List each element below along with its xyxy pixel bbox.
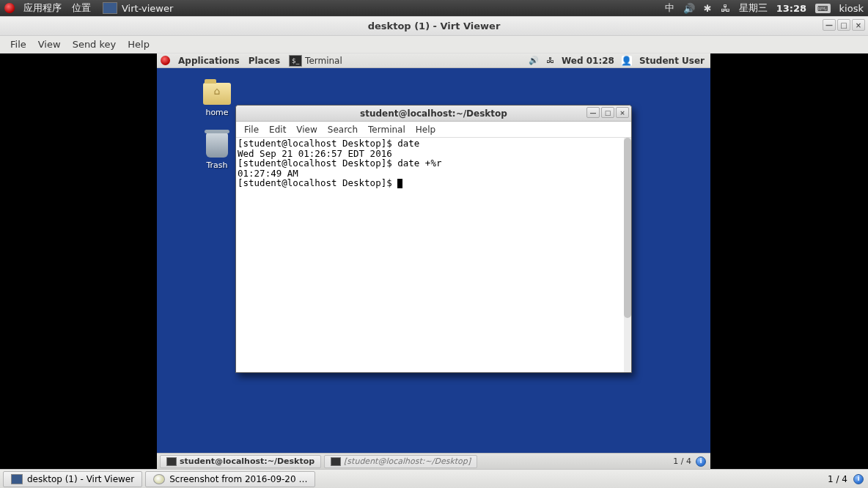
terminal-line: Wed Sep 21 01:26:57 EDT 2016 [238,149,630,159]
host-task-label-2: Screenshot from 2016-09-20 … [169,474,307,484]
guest-logo-icon [161,56,170,65]
terminal-scrollbar[interactable] [624,138,631,372]
folder-icon [203,83,231,105]
terminal-close-button[interactable]: × [616,107,629,118]
volume-icon[interactable]: 🔊 [683,3,695,14]
guest-task-label-2: [student@localhost:~/Desktop] [344,456,471,466]
virt-viewer-menubar: File View Send key Help [0,36,868,53]
close-button[interactable]: × [852,19,865,31]
desktop-icon-trash[interactable]: Trash [194,133,240,170]
desktop-icon-trash-label: Trash [194,160,240,170]
terminal-launcher-icon[interactable]: $_ [289,55,302,67]
desktop-icon-home-label: home [194,108,240,117]
trash-icon [206,133,228,158]
host-app-preview-icon[interactable] [103,2,117,14]
host-workspace-switcher-icon[interactable]: i [853,474,864,484]
terminal-line: [student@localhost Desktop]$ [238,178,630,188]
host-task-virt-viewer[interactable]: desktop (1) - Virt Viewer [3,471,142,487]
terminal-line: [student@localhost Desktop]$ date [238,138,630,149]
guest-volume-icon[interactable]: 🔊 [529,56,539,65]
terminal-menubar: File Edit View Search Terminal Help [236,122,631,138]
guest-menu-places[interactable]: Places [244,56,284,66]
guest-menu-applications[interactable]: Applications [174,56,244,66]
virt-viewer-window: desktop (1) - Virt Viewer — □ × File Vie… [0,16,868,469]
desktop-icon-home[interactable]: home [194,83,240,117]
terminal-minimize-button[interactable]: — [586,107,600,118]
terminal-body[interactable]: [student@localhost Desktop]$ dateWed Sep… [236,138,631,372]
virt-viewer-titlebar[interactable]: desktop (1) - Virt Viewer — □ × [0,17,868,36]
host-bottom-panel: desktop (1) - Virt Viewer Screenshot fro… [0,469,868,488]
host-clock-day[interactable]: 星期三 [739,1,768,15]
host-app-title: Virt-viewer [122,3,173,14]
terminal-launcher-label[interactable]: Terminal [302,56,342,66]
term-menu-search[interactable]: Search [323,124,363,136]
guest-workspace-indicator[interactable]: 1 / 4 [673,456,691,466]
vv-menu-help[interactable]: Help [122,37,155,51]
network-icon[interactable]: 🖧 [721,3,730,14]
task-display-icon [11,474,23,484]
host-user[interactable]: kiosk [839,3,864,14]
term-menu-view[interactable]: View [291,124,322,136]
host-top-panel: 应用程序 位置 Virt-viewer 中 🔊 ✱ 🖧 星期三 13:28 ⌨ … [0,0,868,16]
terminal-window[interactable]: student@localhost:~/Desktop — □ × File E… [235,105,632,373]
term-menu-file[interactable]: File [239,124,264,136]
term-menu-help[interactable]: Help [411,124,441,136]
guest-task-terminal-2[interactable]: [student@localhost:~/Desktop] [324,455,477,468]
task-image-icon [153,474,165,484]
guest-task-label-1: student@localhost:~/Desktop [180,456,315,466]
maximize-button[interactable]: □ [837,19,850,31]
host-task-screenshot[interactable]: Screenshot from 2016-09-20 … [145,471,315,487]
guest-clock[interactable]: Wed 01:28 [562,56,614,66]
minimize-button[interactable]: — [823,19,836,31]
terminal-scrollbar-thumb[interactable] [624,138,631,318]
user-icon: 👤 [622,56,632,66]
keyboard-icon[interactable]: ⌨ [815,4,830,13]
guest-top-panel: Applications Places $_ Terminal 🔊 🖧 Wed … [157,53,710,68]
host-menu-applications[interactable]: 应用程序 [19,1,66,15]
guest-task-terminal-1[interactable]: student@localhost:~/Desktop [160,455,321,468]
virt-viewer-title: desktop (1) - Virt Viewer [368,21,501,32]
terminal-cursor [397,179,402,188]
guest-workspace-switcher-icon[interactable]: i [696,456,706,467]
task-terminal-icon [166,457,177,466]
terminal-titlebar[interactable]: student@localhost:~/Desktop — □ × [236,106,631,122]
guest-network-icon[interactable]: 🖧 [546,56,554,65]
ime-indicator-icon[interactable]: 中 [665,1,674,15]
bluetooth-icon[interactable]: ✱ [704,3,712,14]
host-clock-time[interactable]: 13:28 [776,3,806,14]
terminal-line: 01:27:49 AM [238,169,630,179]
task-terminal-icon [331,457,341,466]
vv-menu-view[interactable]: View [32,37,67,51]
term-menu-terminal[interactable]: Terminal [363,124,411,136]
host-task-label-1: desktop (1) - Virt Viewer [27,474,134,484]
term-menu-edit[interactable]: Edit [264,124,291,136]
guest-screen: Applications Places $_ Terminal 🔊 🖧 Wed … [157,53,710,469]
host-workspace-indicator[interactable]: 1 / 4 [828,474,847,484]
guest-bottom-panel: student@localhost:~/Desktop [student@loc… [157,453,710,469]
guest-user[interactable]: Student User [639,56,705,66]
terminal-line: [student@localhost Desktop]$ date +%r [238,158,630,169]
host-menu-places[interactable]: 位置 [67,1,95,15]
vv-menu-file[interactable]: File [4,37,32,51]
terminal-title: student@localhost:~/Desktop [360,108,507,119]
vv-menu-sendkey[interactable]: Send key [67,37,122,51]
guest-desktop[interactable]: home Trash student@localhost:~/Desktop —… [157,68,710,453]
host-logo-icon [4,3,15,13]
virt-viewer-display[interactable]: Applications Places $_ Terminal 🔊 🖧 Wed … [0,53,868,469]
terminal-maximize-button[interactable]: □ [601,107,614,118]
